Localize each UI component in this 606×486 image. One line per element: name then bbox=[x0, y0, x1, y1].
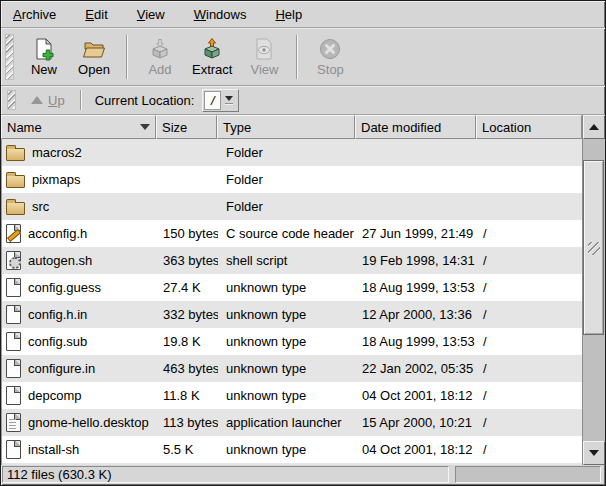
view-button-label: View bbox=[250, 62, 278, 77]
table-row[interactable]: src Folder bbox=[2, 193, 582, 220]
toolbar-separator bbox=[296, 35, 298, 79]
view-file-icon bbox=[252, 37, 276, 61]
scroll-down-button[interactable] bbox=[583, 441, 605, 465]
menu-windows[interactable]: Windows bbox=[184, 4, 257, 25]
open-button[interactable]: Open bbox=[69, 34, 119, 80]
table-row[interactable]: configure.in 463 bytes unknown type 22 J… bbox=[2, 355, 582, 382]
sort-indicator-icon bbox=[140, 124, 150, 130]
table-row[interactable]: config.sub 19.8 K unknown type 18 Aug 19… bbox=[2, 328, 582, 355]
scrollbar-thumb[interactable] bbox=[583, 160, 604, 335]
column-header-name[interactable]: Name bbox=[1, 115, 156, 139]
menu-edit[interactable]: Edit bbox=[75, 4, 117, 25]
status-text: 112 files (630.3 K) bbox=[7, 467, 112, 482]
vertical-scrollbar[interactable] bbox=[582, 115, 605, 465]
column-header-type[interactable]: Type bbox=[217, 115, 355, 139]
open-button-label: Open bbox=[78, 62, 110, 77]
column-header-date-modified[interactable]: Date modified bbox=[355, 115, 476, 139]
current-location-label: Current Location: bbox=[95, 93, 195, 108]
folder-icon bbox=[6, 202, 25, 215]
new-button[interactable]: New bbox=[19, 34, 69, 80]
file-table: Name Size Type Date modified Location bbox=[1, 115, 605, 465]
archive-manager-window: Archive Edit View Windows Help New bbox=[0, 0, 606, 486]
table-row[interactable]: depcomp 11.8 K unknown type 04 Oct 2001,… bbox=[2, 382, 582, 409]
table-viewport: macros2 Folder pixmaps Folder src Folder… bbox=[1, 139, 582, 465]
new-button-label: New bbox=[31, 62, 57, 77]
menu-view[interactable]: View bbox=[127, 4, 175, 25]
location-combo-value: / bbox=[204, 91, 221, 110]
stop-button[interactable]: Stop bbox=[305, 34, 355, 80]
add-button-label: Add bbox=[148, 62, 171, 77]
location-bar-separator bbox=[80, 90, 82, 110]
table-header: Name Size Type Date modified Location bbox=[1, 115, 582, 139]
table-row[interactable]: macros2 Folder bbox=[2, 139, 582, 166]
menu-bar: Archive Edit View Windows Help bbox=[1, 1, 605, 28]
status-text-frame: 112 files (630.3 K) bbox=[2, 466, 449, 483]
add-to-archive-icon bbox=[148, 37, 172, 61]
table-row[interactable]: config.guess 27.4 K unknown type 18 Aug … bbox=[2, 274, 582, 301]
table-row[interactable]: acconfig.h 150 bytes C source code heade… bbox=[2, 220, 582, 247]
add-button[interactable]: Add bbox=[135, 34, 185, 80]
gear-document-icon bbox=[6, 251, 21, 270]
table-row[interactable]: config.h.in 332 bytes unknown type 12 Ap… bbox=[2, 301, 582, 328]
column-header-location[interactable]: Location bbox=[476, 115, 582, 139]
scroll-up-button[interactable] bbox=[583, 115, 605, 139]
stop-button-label: Stop bbox=[317, 62, 344, 77]
scrollbar-track[interactable] bbox=[583, 139, 605, 441]
status-bar: 112 files (630.3 K) bbox=[1, 465, 605, 485]
open-folder-icon bbox=[82, 37, 106, 61]
toolbar: New Open Add bbox=[1, 28, 605, 86]
document-icon bbox=[6, 386, 21, 405]
up-button[interactable]: Up bbox=[23, 90, 73, 111]
progress-frame bbox=[455, 466, 601, 483]
document-icon bbox=[6, 278, 21, 297]
table-row[interactable]: autogen.sh 363 bytes shell script 19 Feb… bbox=[2, 247, 582, 274]
pencil-document-icon bbox=[6, 224, 21, 243]
extract-button-label: Extract bbox=[192, 62, 232, 77]
stop-icon bbox=[318, 37, 342, 61]
new-document-icon bbox=[32, 37, 56, 61]
menu-archive[interactable]: Archive bbox=[3, 4, 66, 25]
menu-help[interactable]: Help bbox=[265, 4, 312, 25]
document-icon bbox=[6, 440, 21, 459]
table-row[interactable]: gnome-hello.desktop 113 bytes applicatio… bbox=[2, 409, 582, 436]
table-row[interactable]: pixmaps Folder bbox=[2, 166, 582, 193]
combo-dropdown-icon bbox=[221, 91, 237, 110]
view-button[interactable]: View bbox=[239, 34, 289, 80]
location-bar-drag-handle[interactable] bbox=[7, 90, 16, 110]
document-icon bbox=[6, 359, 21, 378]
scroll-up-icon bbox=[589, 124, 599, 130]
extract-button[interactable]: Extract bbox=[185, 34, 239, 80]
table-row[interactable]: install-sh 5.5 K unknown type 04 Oct 200… bbox=[2, 436, 582, 463]
extract-archive-icon bbox=[200, 37, 224, 61]
scroll-down-icon bbox=[589, 450, 599, 456]
folder-icon bbox=[6, 148, 25, 161]
toolbar-separator bbox=[126, 35, 128, 79]
column-header-size[interactable]: Size bbox=[156, 115, 217, 139]
toolbar-drag-handle[interactable] bbox=[5, 34, 14, 80]
up-button-label: Up bbox=[48, 93, 65, 108]
document-icon bbox=[6, 305, 21, 324]
location-bar: Up Current Location: / bbox=[1, 86, 605, 115]
document-icon bbox=[6, 332, 21, 351]
location-combo[interactable]: / bbox=[202, 89, 239, 112]
folder-icon bbox=[6, 175, 25, 188]
text-document-icon bbox=[6, 413, 21, 432]
up-arrow-icon bbox=[31, 96, 43, 104]
